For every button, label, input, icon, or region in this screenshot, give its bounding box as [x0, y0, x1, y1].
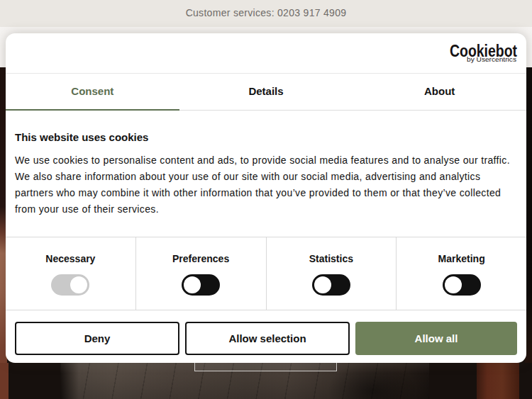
svg-text:by Usercentrics: by Usercentrics — [467, 55, 516, 63]
